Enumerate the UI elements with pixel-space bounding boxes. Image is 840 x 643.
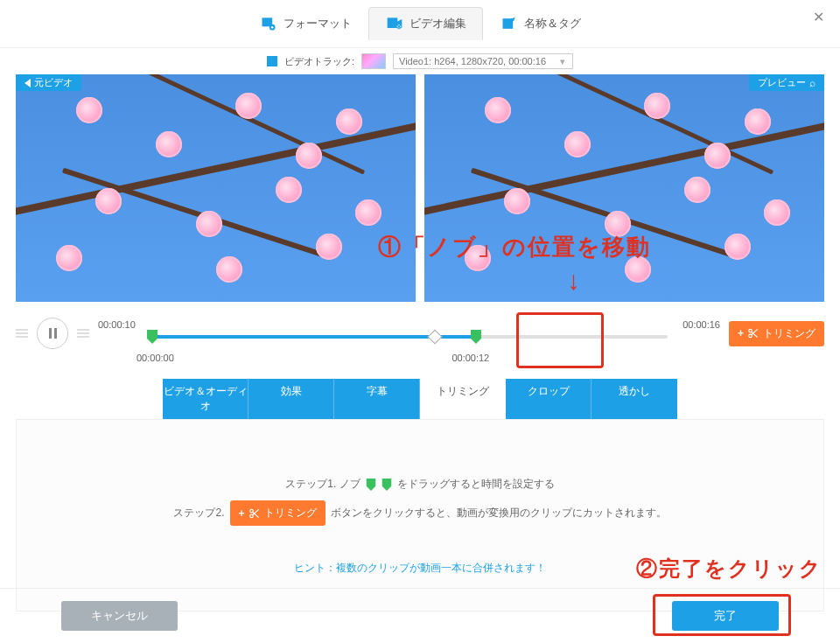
svg-rect-3 <box>388 17 398 28</box>
knob-left-time: 00:00:00 <box>136 353 174 363</box>
track-icon <box>267 56 277 66</box>
source-video-pane <box>16 74 416 302</box>
video-track-row: ビデオトラック: Video1: h264, 1280x720, 00:00:1… <box>0 48 840 74</box>
scissors-icon <box>248 507 261 520</box>
trim-knob-left[interactable] <box>147 330 158 344</box>
grip-icon <box>16 329 28 338</box>
playhead[interactable] <box>428 330 443 345</box>
track-thumbnail <box>361 53 386 69</box>
step-1: ステップ1. ノブ をドラッグすると時間を設定する <box>34 477 806 492</box>
magnify-icon: ⌕ <box>809 77 816 89</box>
video-track-select[interactable]: Video1: h264, 1280x720, 00:00:16 <box>393 53 573 69</box>
subtab-watermark[interactable]: 透かし <box>592 379 677 419</box>
hint-text: ヒント：複数のクリップが動画一本に合併されます！ <box>34 561 806 576</box>
trim-knob-right[interactable] <box>471 330 481 344</box>
source-badge[interactable]: 元ビデオ <box>16 74 81 91</box>
video-edit-icon <box>385 15 404 32</box>
close-icon[interactable]: ✕ <box>813 9 824 25</box>
knob-icon <box>366 479 376 491</box>
tab-format[interactable]: フォーマット <box>242 7 368 40</box>
tab-label: ビデオ編集 <box>410 16 466 31</box>
footer-bar: キャンセル 完了 <box>0 588 840 643</box>
grip-icon <box>77 329 89 338</box>
timeline[interactable]: 00:00:10 00:00:16 00:00:00 00:00:12 <box>98 319 720 354</box>
tab-name-tag[interactable]: 名称＆タグ <box>483 7 598 40</box>
subtab-effect[interactable]: 効果 <box>248 379 334 419</box>
tab-video-edit[interactable]: ビデオ編集 <box>368 7 483 40</box>
track-label: ビデオトラック: <box>284 55 354 68</box>
svg-rect-5 <box>503 18 514 29</box>
trim-button[interactable]: + トリミング <box>729 321 824 346</box>
tag-icon <box>500 15 519 32</box>
video-preview-row: 元ビデオ プレビュー⌕ <box>0 74 840 302</box>
preview-badge[interactable]: プレビュー⌕ <box>749 74 824 91</box>
subtab-subtitle[interactable]: 字幕 <box>334 379 420 419</box>
tab-label: 名称＆タグ <box>524 16 581 31</box>
top-tab-bar: ✕ フォーマット ビデオ編集 名称＆タグ <box>0 0 840 48</box>
time-start: 00:00:10 <box>98 319 136 330</box>
subtab-trim[interactable]: トリミング <box>420 379 506 419</box>
trim-button-inline: + トリミング <box>230 500 326 526</box>
trim-instruction-panel: ステップ1. ノブ をドラッグすると時間を設定する ステップ2. + トリミング… <box>16 419 824 612</box>
ok-button[interactable]: 完了 <box>672 601 779 631</box>
scissors-icon <box>747 327 760 339</box>
preview-video-pane <box>424 74 824 302</box>
cancel-button[interactable]: キャンセル <box>61 601 178 631</box>
format-icon <box>259 15 278 32</box>
time-end: 00:00:16 <box>682 319 720 330</box>
playback-controls: 00:00:10 00:00:16 00:00:00 00:00:12 + トリ… <box>0 302 840 358</box>
pause-button[interactable] <box>37 318 68 349</box>
subtab-video-audio[interactable]: ビデオ＆オーディオ <box>163 379 248 419</box>
knob-icon <box>382 479 392 491</box>
edit-sub-tabs: ビデオ＆オーディオ 効果 字幕 トリミング クロップ 透かし <box>0 379 840 419</box>
svg-point-2 <box>271 26 274 29</box>
subtab-crop[interactable]: クロップ <box>506 379 592 419</box>
step-2: ステップ2. + トリミング ボタンをクリックすると、動画が変換用のクリップにカ… <box>34 500 806 526</box>
knob-right-time: 00:00:12 <box>452 353 489 363</box>
tab-label: フォーマット <box>284 16 352 31</box>
